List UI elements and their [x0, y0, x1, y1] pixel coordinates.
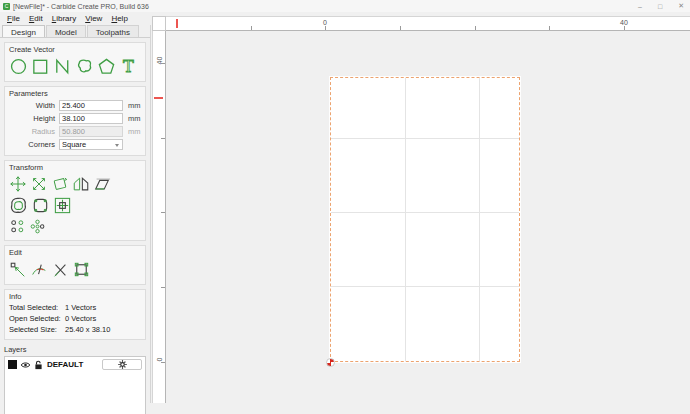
layer-settings-button[interactable]	[102, 359, 142, 370]
tool-node-edit[interactable]	[9, 261, 27, 279]
total-selected-value: 1 Vectors	[65, 303, 96, 312]
menu-edit[interactable]: Edit	[26, 14, 49, 23]
origin-marker	[326, 358, 335, 367]
tool-rotate[interactable]	[51, 175, 69, 193]
total-selected-label: Total Selected:	[9, 303, 65, 312]
layer-name: DEFAULT	[47, 360, 83, 369]
menu-view[interactable]: View	[82, 14, 108, 23]
cursor-position-marker-y	[154, 97, 163, 99]
left-panel: Design Model Toolpaths Create Vector	[0, 25, 151, 403]
create-vector-title: Create Vector	[9, 45, 141, 54]
corners-label: Corners	[9, 140, 55, 149]
circular-array-icon	[29, 218, 46, 235]
grid-line	[479, 78, 480, 361]
grid-line	[331, 212, 519, 213]
tab-model[interactable]: Model	[46, 25, 86, 37]
radius-label: Radius	[9, 127, 55, 136]
ruler-top: 0 40	[166, 16, 690, 31]
title-bar: C [NewFile]* - Carbide Create PRO, Build…	[0, 0, 690, 12]
tool-move[interactable]	[9, 175, 27, 193]
height-label: Height	[9, 114, 55, 123]
app-window: C [NewFile]* - Carbide Create PRO, Build…	[0, 0, 690, 414]
ruler-left: 40 0	[152, 31, 166, 403]
ruler-top-label-40: 40	[616, 19, 632, 26]
node-edit-icon	[9, 261, 27, 279]
grid-line	[331, 138, 519, 139]
canvas-workspace: 0 40 40 0	[152, 16, 690, 403]
mirror-icon	[72, 175, 90, 193]
height-field[interactable]	[59, 113, 123, 124]
transform-title: Transform	[9, 163, 141, 172]
tool-mirror[interactable]	[72, 175, 90, 193]
tool-offset[interactable]	[9, 196, 28, 215]
open-selected-label: Open Selected:	[9, 314, 65, 323]
break-vectors-icon	[51, 261, 69, 279]
corners-value: Square	[62, 140, 86, 149]
layers-title: Layers	[4, 345, 146, 354]
scale-icon	[30, 175, 48, 193]
layers-list: DEFAULT	[4, 356, 146, 414]
maximize-button[interactable]: □	[658, 3, 662, 10]
close-button[interactable]: ✕	[678, 2, 684, 10]
tab-design[interactable]: Design	[2, 25, 45, 37]
skew-icon	[93, 175, 111, 193]
ruler-left-label-40: 40	[156, 54, 163, 68]
circle-icon	[9, 57, 28, 76]
gear-icon	[118, 360, 127, 369]
corners-select[interactable]: Square	[59, 139, 123, 150]
height-unit: mm	[128, 114, 141, 123]
selected-size-label: Selected Size:	[9, 325, 65, 334]
curve-icon	[75, 57, 94, 76]
tool-align[interactable]	[53, 196, 72, 215]
tool-scale[interactable]	[30, 175, 48, 193]
minimize-button[interactable]: –	[638, 3, 642, 10]
width-unit: mm	[128, 101, 141, 110]
tool-curve[interactable]	[75, 57, 94, 76]
align-icon	[53, 196, 72, 215]
tool-break-vectors[interactable]	[51, 261, 69, 279]
tool-boolean-operations[interactable]	[72, 260, 91, 279]
tool-circular-array[interactable]	[29, 218, 46, 235]
ruler-corner	[152, 16, 166, 31]
info-title: Info	[9, 292, 141, 301]
rectangle-icon	[31, 57, 50, 76]
info-section: Info Total Selected: 1 Vectors Open Sele…	[4, 289, 146, 340]
polyline-icon	[53, 57, 72, 76]
menu-help[interactable]: Help	[108, 14, 133, 23]
tool-grid-array[interactable]	[9, 218, 26, 235]
eye-icon[interactable]	[20, 361, 31, 369]
menu-file[interactable]: File	[4, 14, 26, 23]
move-icon	[9, 175, 27, 193]
grid-line	[405, 78, 406, 361]
parameters-section: Parameters Width mm Height mm Radius mm …	[4, 86, 146, 156]
tool-trim-vectors[interactable]	[30, 261, 48, 279]
tool-polyline[interactable]	[53, 57, 72, 76]
selected-size-value: 25.40 x 38.10	[65, 325, 110, 334]
window-title: [NewFile]* - Carbide Create PRO, Build 6…	[13, 3, 149, 10]
menu-bar: File Edit Library View Help	[0, 12, 152, 25]
svg-text:T: T	[123, 57, 134, 76]
app-icon: C	[3, 3, 10, 10]
grid-array-icon	[9, 218, 26, 235]
tool-skew[interactable]	[93, 175, 111, 193]
tab-toolpaths[interactable]: Toolpaths	[87, 25, 139, 37]
tool-text[interactable]: T	[119, 57, 138, 76]
edit-title: Edit	[9, 248, 141, 257]
radius-unit: mm	[128, 127, 141, 136]
selected-rectangle-vector[interactable]	[330, 77, 520, 362]
menu-library[interactable]: Library	[49, 14, 82, 23]
layer-color-swatch[interactable]	[8, 360, 17, 369]
unlock-icon[interactable]	[34, 360, 43, 370]
width-field[interactable]	[59, 100, 123, 111]
trim-vectors-icon	[30, 261, 48, 279]
edit-section: Edit	[4, 245, 146, 285]
grid-line	[331, 286, 519, 287]
tool-fillet-corners[interactable]	[31, 196, 50, 215]
tool-rectangle[interactable]	[31, 57, 50, 76]
design-canvas[interactable]	[166, 31, 690, 403]
rotate-icon	[51, 175, 69, 193]
tool-circle[interactable]	[9, 57, 28, 76]
layer-row-default[interactable]: DEFAULT	[5, 357, 145, 372]
create-vector-section: Create Vector	[4, 42, 146, 82]
tool-polygon[interactable]	[97, 57, 116, 76]
